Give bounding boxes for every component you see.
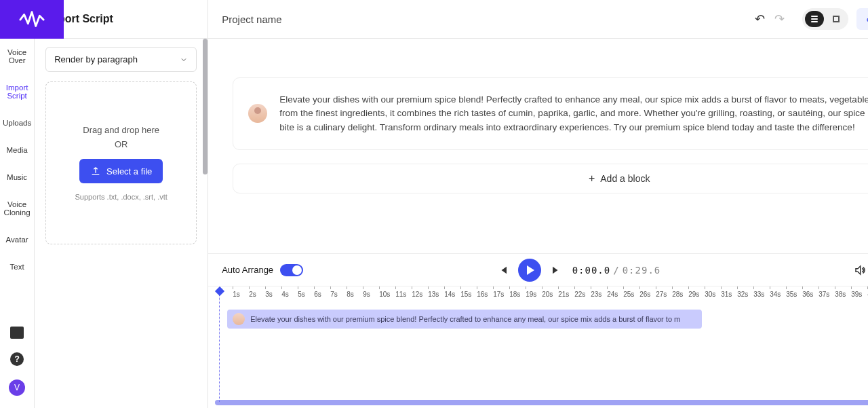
dropzone-msg: Drag and drop here [83, 125, 159, 135]
duration: 0:29.6 [623, 265, 661, 276]
ruler-tick: 31s [721, 291, 737, 298]
ruler-tick: 34s [770, 291, 786, 298]
ruler-tick: 16s [477, 291, 493, 298]
ruler-tick: 9s [363, 291, 379, 298]
dropzone-or: OR [115, 139, 128, 149]
scrollbar[interactable] [203, 39, 208, 174]
sidebar-item-text[interactable]: Text [0, 253, 34, 280]
select-all[interactable]: Select All [233, 54, 868, 65]
add-block-button[interactable]: + Add a block [233, 164, 868, 193]
auto-arrange-toggle[interactable] [280, 264, 303, 276]
render-mode-dropdown[interactable]: Render by paragraph [45, 47, 197, 72]
sidebar-item-voice-over[interactable]: Voice Over [0, 39, 34, 74]
ruler-tick: 2s [249, 291, 265, 298]
help-icon[interactable]: ? [10, 352, 24, 366]
share-button[interactable]: Share [856, 8, 868, 30]
ruler-tick: 11s [395, 291, 412, 298]
volume-icon [854, 264, 866, 276]
ruler-tick: 36s [802, 291, 818, 298]
ruler-tick: 12s [412, 291, 428, 298]
ruler-tick: 14s [444, 291, 460, 298]
plus-icon: + [589, 172, 595, 185]
voice-avatar[interactable] [248, 104, 267, 123]
ruler-tick: 19s [526, 291, 542, 298]
auto-arrange-label: Auto Arrange [222, 265, 273, 275]
ruler-tick: 33s [753, 291, 770, 298]
chevron-down-icon [180, 56, 188, 64]
ruler-tick: 6s [314, 291, 330, 298]
ruler-tick: 7s [330, 291, 347, 298]
clip-avatar [233, 313, 245, 325]
dropdown-label: Render by paragraph [54, 54, 138, 64]
ruler-tick: 27s [656, 291, 672, 298]
sidebar-item-import-script[interactable]: Import Script [0, 74, 34, 109]
play-button[interactable] [518, 259, 541, 282]
chat-icon[interactable] [10, 327, 24, 339]
list-mode-icon[interactable] [805, 11, 824, 27]
grid-mode-icon[interactable] [827, 11, 846, 27]
redo-icon: ↷ [774, 12, 785, 26]
ruler-tick: 39s [851, 291, 867, 298]
volume-control[interactable]: Volume [854, 264, 868, 276]
supported-formats: Supports .txt, .docx, .srt, .vtt [75, 193, 167, 201]
file-dropzone[interactable]: Drag and drop here OR Select a file Supp… [45, 81, 197, 244]
timeline[interactable]: 0s1s2s3s4s5s6s7s8s9s10s11s12s13s14s15s16… [208, 286, 868, 408]
ruler-tick: 38s [835, 291, 851, 298]
ruler-tick: 18s [509, 291, 526, 298]
ruler-tick: 25s [623, 291, 639, 298]
ruler-tick: 1s [233, 291, 249, 298]
ruler-tick: 24s [607, 291, 623, 298]
ruler-tick: 5s [298, 291, 314, 298]
sidebar-item-avatar[interactable]: Avatar [0, 226, 34, 253]
ruler-tick: 4s [281, 291, 298, 298]
sidebar-item-media[interactable]: Media [0, 136, 34, 164]
add-block-label: Add a block [600, 173, 650, 184]
time-display: 0:00.0/0:29.6 [572, 265, 661, 276]
timeline-scrollbar[interactable] [215, 400, 868, 405]
ruler-tick: 30s [705, 291, 721, 298]
topbar: Import Script Project name ↶ ↷ Share [35, 0, 868, 39]
undo-icon[interactable]: ↶ [755, 12, 765, 26]
logo[interactable] [0, 0, 64, 39]
script-block[interactable]: Elevate your dishes with our premium spi… [233, 77, 868, 150]
ruler-tick: 22s [574, 291, 591, 298]
ruler-tick: 23s [591, 291, 607, 298]
ruler-tick: 13s [428, 291, 444, 298]
select-file-label: Select a file [106, 166, 152, 177]
ruler-tick: 37s [818, 291, 835, 298]
block-text[interactable]: Elevate your dishes with our premium spi… [279, 93, 868, 134]
ruler-tick: 28s [672, 291, 688, 298]
project-name[interactable]: Project name [222, 14, 281, 25]
clip-text: Elevate your dishes with our premium spi… [250, 315, 680, 323]
audio-clip[interactable]: Elevate your dishes with our premium spi… [227, 310, 702, 329]
import-panel: Render by paragraph Drag and drop here O… [35, 39, 208, 408]
sidebar-item-voice-cloning[interactable]: Voice Cloning [0, 191, 34, 226]
sidebar-item-uploads[interactable]: Uploads [0, 109, 34, 136]
ruler-tick: 21s [558, 291, 574, 298]
select-file-button[interactable]: Select a file [79, 159, 163, 183]
waveform-logo-icon [19, 7, 45, 33]
ruler-tick: 26s [639, 291, 656, 298]
ruler-tick: 29s [688, 291, 705, 298]
canvas: Select All Elevate your dishes with our … [208, 39, 868, 408]
skip-forward-icon[interactable] [551, 264, 563, 276]
ruler-tick: 32s [737, 291, 753, 298]
sidebar: Voice Over Import Script Uploads Media M… [0, 0, 35, 408]
user-avatar[interactable]: V [9, 379, 25, 396]
ruler-tick: 3s [265, 291, 281, 298]
ruler-tick: 8s [347, 291, 363, 298]
ruler-tick: 15s [460, 291, 477, 298]
ruler-tick: 20s [542, 291, 558, 298]
timeline-controls: Auto Arrange 0:00.0/0:29.6 [208, 253, 868, 286]
view-mode-toggle[interactable] [802, 8, 848, 30]
skip-back-icon[interactable] [496, 264, 509, 276]
upload-icon [90, 166, 101, 177]
ruler-tick: 35s [786, 291, 802, 298]
time-ruler[interactable]: 0s1s2s3s4s5s6s7s8s9s10s11s12s13s14s15s16… [208, 286, 868, 302]
ruler-tick: 17s [493, 291, 509, 298]
current-time: 0:00.0 [572, 265, 611, 276]
ruler-tick: 10s [379, 291, 395, 298]
sidebar-item-music[interactable]: Music [0, 164, 34, 191]
playhead-line [219, 293, 220, 402]
